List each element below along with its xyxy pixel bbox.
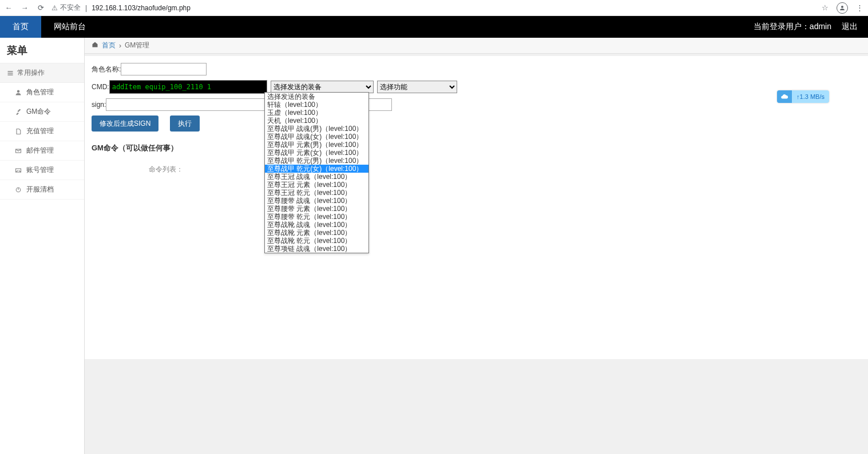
equip-option[interactable]: 选择发送的装备 xyxy=(265,93,368,101)
insecure-warning: ⚠ 不安全 xyxy=(51,3,81,13)
sidebar-item-mail[interactable]: 邮件管理 xyxy=(0,141,84,161)
reload-icon[interactable]: ⟳ xyxy=(37,3,45,12)
equip-option[interactable]: 至尊腰带 元素（level:100） xyxy=(265,205,368,213)
home-icon xyxy=(92,41,98,50)
role-input[interactable] xyxy=(121,63,207,75)
equip-option[interactable]: 至尊战甲 乾元(男)（level:100） xyxy=(265,157,368,165)
cmd-input[interactable] xyxy=(109,80,267,94)
speed-badge[interactable]: ↑1.3 MB/s xyxy=(777,90,829,103)
sidebar-section-label: 常用操作 xyxy=(17,68,45,78)
sidebar: 菜单 常用操作 角色管理 GM命令 充值管理 邮件管理 账号管理 xyxy=(0,38,85,454)
sidebar-item-label: 账号管理 xyxy=(26,165,54,175)
breadcrumb-sep: › xyxy=(119,42,121,50)
function-select[interactable]: 选择功能 xyxy=(377,81,457,93)
logout-link[interactable]: 退出 xyxy=(842,22,858,32)
equip-option[interactable]: 至尊战甲 元素(女)（level:100） xyxy=(265,149,368,157)
cmd-list-label: 命令列表： xyxy=(92,165,240,174)
tab-frontend[interactable]: 网站前台 xyxy=(41,16,98,38)
sidebar-section-common[interactable]: 常用操作 xyxy=(0,63,84,83)
forward-icon[interactable]: → xyxy=(21,3,29,12)
svg-rect-1 xyxy=(8,71,13,72)
sidebar-item-open-server[interactable]: 开服清档 xyxy=(0,180,84,200)
url-text[interactable]: 192.168.1.103/zhaofude/gm.php xyxy=(92,4,191,12)
svg-rect-2 xyxy=(8,73,13,74)
sidebar-item-label: 角色管理 xyxy=(26,87,54,97)
sidebar-item-label: GM命令 xyxy=(26,107,51,117)
list-icon xyxy=(7,70,14,77)
equip-option[interactable]: 至尊战靴 元素（level:100） xyxy=(265,229,368,237)
generate-sign-button[interactable]: 修改后生成SIGN xyxy=(92,116,158,132)
equip-option[interactable]: 至尊腰带 战魂（level:100） xyxy=(265,197,368,205)
equip-option[interactable]: 至尊项链 战魂（level:100） xyxy=(265,245,368,253)
mail-icon xyxy=(15,148,22,154)
equip-select[interactable]: 选择发送的装备 xyxy=(271,81,374,93)
equip-option[interactable]: 天机（level:100） xyxy=(265,117,368,125)
equip-option[interactable]: 至尊战甲 元素(男)（level:100） xyxy=(265,141,368,149)
sidebar-item-label: 开服清档 xyxy=(26,185,54,194)
browser-chrome: ← → ⟳ ⚠ 不安全 | 192.168.1.103/zhaofude/gm.… xyxy=(0,0,868,16)
profile-icon[interactable] xyxy=(837,2,848,14)
back-icon[interactable]: ← xyxy=(5,3,13,12)
equip-option[interactable]: 玉虚（level:100） xyxy=(265,109,368,117)
insecure-label: 不安全 xyxy=(60,3,81,13)
sidebar-title: 菜单 xyxy=(0,38,84,63)
equip-option[interactable]: 轩辕（level:100） xyxy=(265,101,368,109)
sign-label: sign: xyxy=(92,101,106,109)
sidebar-item-role[interactable]: 角色管理 xyxy=(0,83,84,102)
breadcrumb-current: GM管理 xyxy=(125,41,149,50)
equip-option[interactable]: 至尊战甲 战魂(女)（level:100） xyxy=(265,133,368,141)
menu-icon[interactable]: ⋮ xyxy=(856,3,863,12)
sidebar-item-label: 邮件管理 xyxy=(26,146,54,156)
cloud-icon xyxy=(777,90,792,103)
svg-rect-3 xyxy=(8,74,13,75)
breadcrumb: 首页 › GM管理 xyxy=(85,38,868,54)
envelope-icon xyxy=(15,167,22,174)
equip-option[interactable]: 至尊战甲 战魂(男)（level:100） xyxy=(265,125,368,133)
equip-option[interactable]: 至尊战甲 乾元(女)（level:100） xyxy=(265,165,368,173)
content-area: 首页 › GM管理 角色名称: CMD: 选择发送的装备 选择功能 sign: xyxy=(85,38,868,454)
sidebar-item-recharge[interactable]: 充值管理 xyxy=(0,122,84,141)
tab-home[interactable]: 首页 xyxy=(0,16,41,38)
equip-options-listbox[interactable]: 选择发送的装备轩辕（level:100）玉虚（level:100）天机（leve… xyxy=(264,92,369,253)
execute-button[interactable]: 执行 xyxy=(170,116,200,132)
equip-option[interactable]: 至尊王冠 战魂（level:100） xyxy=(265,173,368,181)
current-user: 当前登录用户：admin xyxy=(754,22,831,32)
power-icon xyxy=(15,186,22,193)
url-separator: | xyxy=(85,4,87,12)
wrench-icon xyxy=(15,109,22,116)
svg-point-0 xyxy=(841,6,843,8)
sidebar-item-label: 充值管理 xyxy=(26,126,54,136)
equip-option[interactable]: 至尊战靴 战魂（level:100） xyxy=(265,221,368,229)
cmd-label: CMD: xyxy=(92,83,109,91)
equip-option[interactable]: 至尊腰带 乾元（level:100） xyxy=(265,213,368,221)
role-label: 角色名称: xyxy=(92,65,121,74)
file-icon xyxy=(15,128,22,135)
sidebar-item-account[interactable]: 账号管理 xyxy=(0,161,84,180)
breadcrumb-home[interactable]: 首页 xyxy=(102,41,116,50)
gm-section-title: GM命令（可以做任何事） xyxy=(92,141,861,156)
sidebar-item-gm[interactable]: GM命令 xyxy=(0,102,84,122)
warning-icon: ⚠ xyxy=(51,4,58,12)
equip-option[interactable]: 至尊王冠 元素（level:100） xyxy=(265,181,368,189)
top-nav: 首页 网站前台 当前登录用户：admin 退出 xyxy=(0,16,868,38)
speed-text: ↑1.3 MB/s xyxy=(792,93,829,100)
bookmark-icon[interactable]: ☆ xyxy=(822,3,829,12)
equip-option[interactable]: 至尊战靴 乾元（level:100） xyxy=(265,237,368,245)
users-icon xyxy=(15,89,22,96)
svg-point-4 xyxy=(17,90,20,93)
equip-option[interactable]: 至尊王冠 乾元（level:100） xyxy=(265,189,368,197)
